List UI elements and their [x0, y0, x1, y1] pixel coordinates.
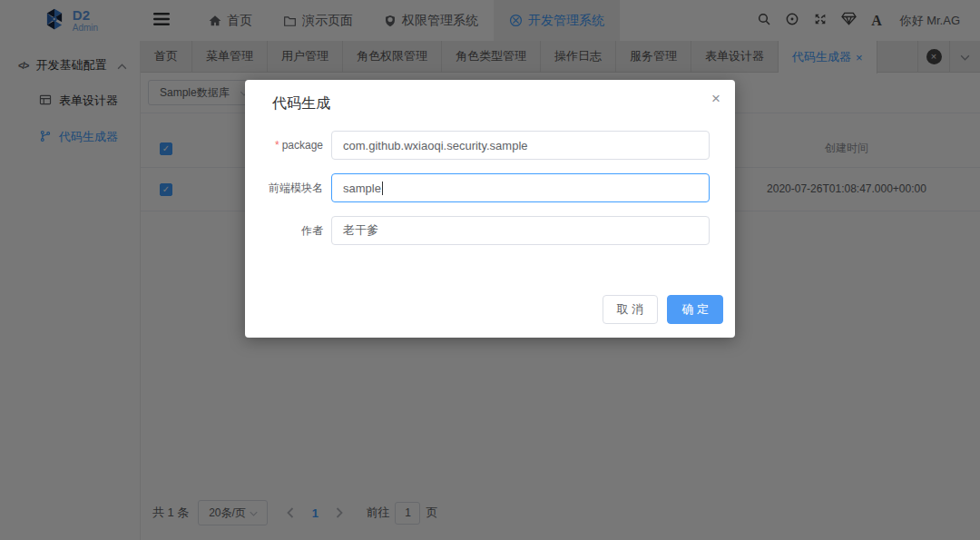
form-row-frontend-module: 前端模块名 sample	[263, 173, 710, 202]
form-row-package: *package com.github.wxiaoqi.security.sam…	[263, 131, 710, 160]
form-row-author: 作者 老干爹	[263, 216, 710, 245]
app-root: D2 Admin 首页 演示页面	[0, 0, 980, 540]
dialog-form: *package com.github.wxiaoqi.security.sam…	[263, 131, 710, 259]
dialog-close-icon[interactable]: ×	[711, 91, 720, 106]
code-generate-dialog: 代码生成 × *package com.github.wxiaoqi.secur…	[245, 80, 735, 338]
cancel-button[interactable]: 取 消	[603, 295, 659, 324]
confirm-button[interactable]: 确 定	[667, 295, 723, 324]
package-input-value: com.github.wxiaoqi.security.sample	[343, 139, 528, 152]
author-input[interactable]: 老干爹	[331, 216, 710, 245]
dialog-footer: 取 消 确 定	[603, 295, 723, 324]
required-mark: *	[275, 139, 279, 152]
package-label: *package	[263, 139, 323, 152]
package-input[interactable]: com.github.wxiaoqi.security.sample	[331, 131, 710, 160]
text-caret	[382, 182, 383, 195]
author-label: 作者	[263, 223, 323, 239]
frontend-module-input[interactable]: sample	[331, 173, 710, 202]
frontend-module-input-value: sample	[343, 182, 381, 195]
frontend-module-label: 前端模块名	[263, 181, 323, 196]
author-input-value: 老干爹	[343, 222, 378, 239]
dialog-title: 代码生成	[272, 94, 330, 113]
